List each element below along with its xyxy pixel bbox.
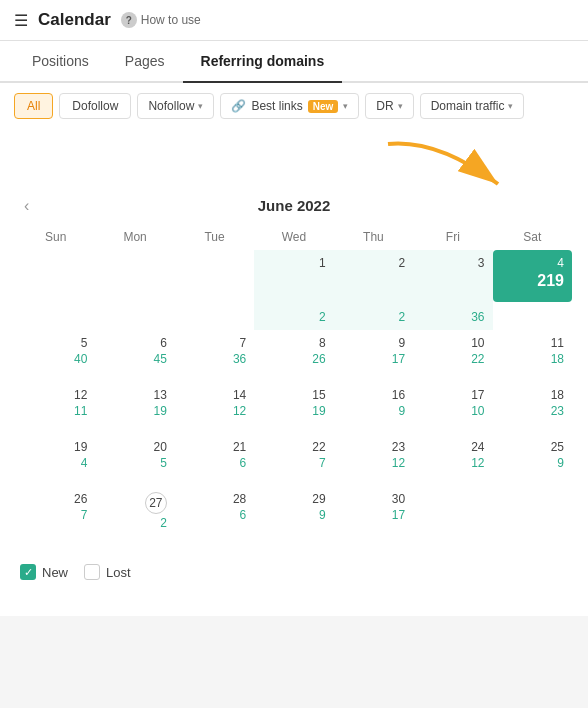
- table-row[interactable]: 259: [493, 434, 572, 486]
- table-row[interactable]: 2312: [334, 434, 413, 486]
- table-row[interactable]: 20: [334, 250, 413, 302]
- nofollow-chevron-icon: ▾: [198, 101, 203, 111]
- legend-lost-label: Lost: [106, 565, 131, 580]
- cal-header-sun: Sun: [16, 226, 95, 250]
- tab-pages[interactable]: Pages: [107, 41, 183, 83]
- filter-nofollow-btn[interactable]: Nofollow ▾: [137, 93, 214, 119]
- calendar: ‹ June 2022 Sun Mon Tue Wed Thu Fri Sat …: [0, 189, 588, 538]
- cal-header-sat: Sat: [493, 226, 572, 250]
- cal-header-fri: Fri: [413, 226, 492, 250]
- filter-dr-btn[interactable]: DR ▾: [365, 93, 413, 119]
- table-row[interactable]: [95, 302, 174, 330]
- legend: New Lost: [0, 548, 588, 596]
- table-row[interactable]: [493, 302, 572, 330]
- table-row[interactable]: 0: [175, 250, 254, 302]
- table-row[interactable]: 272: [95, 486, 174, 538]
- table-row[interactable]: 917: [334, 330, 413, 382]
- table-row[interactable]: 0: [16, 250, 95, 302]
- table-row[interactable]: 36: [413, 302, 492, 330]
- app-title: Calendar: [38, 10, 111, 30]
- best-links-label: Best links: [251, 99, 302, 113]
- filter-all-btn[interactable]: All: [14, 93, 53, 119]
- table-row[interactable]: [175, 302, 254, 330]
- calendar-prev-btn[interactable]: ‹: [16, 193, 37, 219]
- cal-header-thu: Thu: [334, 226, 413, 250]
- help-icon: ?: [121, 12, 137, 28]
- table-row[interactable]: 1519: [254, 382, 333, 434]
- table-row[interactable]: 10: [254, 250, 333, 302]
- help-link[interactable]: ? How to use: [121, 12, 201, 28]
- cal-header-wed: Wed: [254, 226, 333, 250]
- table-row[interactable]: 4219: [493, 250, 572, 302]
- table-row[interactable]: 1319: [95, 382, 174, 434]
- table-row[interactable]: 540: [16, 330, 95, 382]
- domain-traffic-chevron-icon: ▾: [508, 101, 513, 111]
- how-to-use-label: How to use: [141, 13, 201, 27]
- dr-chevron-icon: ▾: [398, 101, 403, 111]
- table-row[interactable]: 1211: [16, 382, 95, 434]
- cal-header-tue: Tue: [175, 226, 254, 250]
- table-row[interactable]: 30: [413, 250, 492, 302]
- link-icon: 🔗: [231, 99, 246, 113]
- filter-best-links-btn[interactable]: 🔗 Best links New ▾: [220, 93, 359, 119]
- nofollow-label: Nofollow: [148, 99, 194, 113]
- table-row[interactable]: 1823: [493, 382, 572, 434]
- calendar-header-row: Sun Mon Tue Wed Thu Fri Sat: [16, 226, 572, 250]
- table-row[interactable]: 267: [16, 486, 95, 538]
- arrow-annotation: [0, 129, 588, 189]
- menu-icon[interactable]: ☰: [14, 11, 28, 30]
- table-row[interactable]: 1412: [175, 382, 254, 434]
- tabs-bar: Positions Pages Referring domains: [0, 41, 588, 83]
- table-row[interactable]: 299: [254, 486, 333, 538]
- calendar-nav: ‹ June 2022: [16, 189, 572, 226]
- header: ☰ Calendar ? How to use: [0, 0, 588, 41]
- calendar-month-title: June 2022: [258, 197, 331, 214]
- main-content: ‹ June 2022 Sun Mon Tue Wed Thu Fri Sat …: [0, 129, 588, 616]
- table-row[interactable]: 645: [95, 330, 174, 382]
- table-row[interactable]: 1022: [413, 330, 492, 382]
- table-row[interactable]: 1710: [413, 382, 492, 434]
- best-links-chevron-icon: ▾: [343, 101, 348, 111]
- table-row[interactable]: 205: [95, 434, 174, 486]
- table-row[interactable]: [413, 486, 492, 538]
- calendar-grid: Sun Mon Tue Wed Thu Fri Sat 000102030421…: [16, 226, 572, 538]
- lost-checkbox[interactable]: [84, 564, 100, 580]
- tab-positions[interactable]: Positions: [14, 41, 107, 83]
- dr-label: DR: [376, 99, 393, 113]
- table-row[interactable]: [493, 486, 572, 538]
- table-row[interactable]: 194: [16, 434, 95, 486]
- new-badge: New: [308, 100, 339, 113]
- cal-header-mon: Mon: [95, 226, 174, 250]
- filter-domain-traffic-btn[interactable]: Domain traffic ▾: [420, 93, 525, 119]
- table-row[interactable]: 227: [254, 434, 333, 486]
- table-row[interactable]: [16, 302, 95, 330]
- table-row[interactable]: 216: [175, 434, 254, 486]
- table-row[interactable]: 3017: [334, 486, 413, 538]
- new-checkbox[interactable]: [20, 564, 36, 580]
- table-row[interactable]: 2: [334, 302, 413, 330]
- tab-referring-domains[interactable]: Referring domains: [183, 41, 343, 83]
- filter-dofollow-btn[interactable]: Dofollow: [59, 93, 131, 119]
- table-row[interactable]: 736: [175, 330, 254, 382]
- legend-new-label: New: [42, 565, 68, 580]
- legend-new-item: New: [20, 564, 68, 580]
- table-row[interactable]: 0: [95, 250, 174, 302]
- domain-traffic-label: Domain traffic: [431, 99, 505, 113]
- table-row[interactable]: 169: [334, 382, 413, 434]
- table-row[interactable]: 1118: [493, 330, 572, 382]
- table-row[interactable]: 2: [254, 302, 333, 330]
- table-row[interactable]: 2412: [413, 434, 492, 486]
- legend-lost-item: Lost: [84, 564, 131, 580]
- filter-bar: All Dofollow Nofollow ▾ 🔗 Best links New…: [0, 83, 588, 129]
- table-row[interactable]: 826: [254, 330, 333, 382]
- table-row[interactable]: 286: [175, 486, 254, 538]
